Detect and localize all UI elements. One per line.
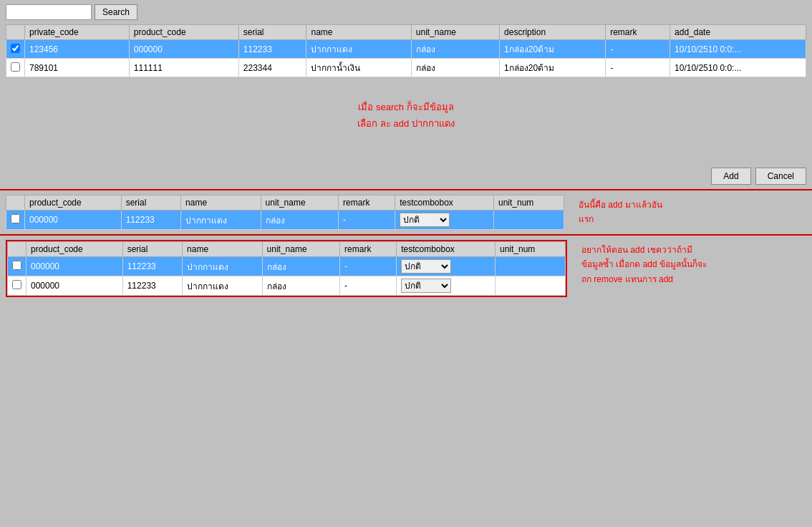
top-table-container: private_code product_code serial name un…	[0, 24, 812, 77]
col-serial: serial	[238, 25, 306, 40]
cell-serial: 112233	[122, 257, 182, 276]
section-row-1: product_code serial name unit_name remar…	[6, 195, 806, 230]
col-checkbox	[6, 25, 25, 40]
l2col-unit-name: unit_name	[262, 242, 339, 257]
cell-serial: 112233	[122, 276, 182, 296]
col-remark: remark	[606, 25, 670, 40]
cell-private-code: 123456	[25, 40, 130, 59]
cell-name: ปากกาน้ำเงิน	[306, 59, 411, 77]
cell-name: ปากกาแดง	[306, 40, 411, 59]
lcol-name: name	[181, 195, 261, 211]
cell-remark: -	[340, 257, 397, 276]
lower-annotation-2: อยากให้ตอน add เชควว่าถ้ามี ข้อมูลซ้ำ เม…	[574, 240, 707, 289]
cell-name: ปากกาแดง	[181, 211, 261, 230]
table-row[interactable]: 000000 112233 ปากกาแดง กล่อง - ปกติพิเศษ	[6, 211, 564, 230]
l2col-remark: remark	[340, 242, 397, 257]
search-bar: Search	[6, 4, 806, 20]
lower-table-2: product_code serial name unit_name remar…	[7, 241, 566, 296]
row-checkbox[interactable]	[8, 257, 26, 276]
lcol-testcombobox: testcombobox	[395, 195, 494, 211]
table-row[interactable]: 789101 111111 223344 ปากกาน้ำเงิน กล่อง …	[6, 59, 806, 77]
combobox[interactable]: ปกติพิเศษ	[401, 259, 451, 274]
cell-serial: 112233	[121, 211, 180, 230]
l2col-unit-num: unit_num	[495, 242, 565, 257]
cell-product-code: 000000	[26, 276, 123, 296]
add-button[interactable]: Add	[711, 168, 750, 185]
cell-product-code: 000000	[129, 40, 238, 59]
col-description: description	[500, 25, 606, 40]
cell-unit-name: กล่อง	[262, 257, 339, 276]
cell-serial: 223344	[238, 59, 306, 77]
section-wrapper-2: product_code serial name unit_name remar…	[6, 240, 567, 297]
cell-unit-name: กล่อง	[411, 40, 499, 59]
cell-description: 1กล่อง20ด้าม	[500, 40, 606, 59]
annotation-top: เมื่อ search ก็จะมีข้อมูล เลือก ละ add ป…	[0, 77, 812, 163]
cell-testcombobox[interactable]: ปกติพิเศษ	[395, 211, 494, 230]
table-row[interactable]: 000000 112233 ปากกาแดง กล่อง - ปกติพิเศษ	[8, 276, 566, 296]
col-product-code: product_code	[129, 25, 238, 40]
cell-unit-name: กล่อง	[411, 59, 499, 77]
col-private-code: private_code	[25, 25, 130, 40]
lower-annotation-1: อันนี้คือ add มาแล้วอัน แรก	[571, 195, 662, 230]
cell-description: 1กล่อง20ด้าม	[500, 59, 606, 77]
cell-unit-num	[495, 276, 565, 296]
row-checkbox[interactable]	[6, 40, 25, 59]
cell-unit-name: กล่อง	[262, 276, 339, 296]
cell-name: ปากกาแดง	[183, 257, 263, 276]
l2col-checkbox	[8, 242, 26, 257]
row-checkbox[interactable]	[6, 211, 25, 230]
cancel-button[interactable]: Cancel	[755, 168, 806, 185]
lcol-unit-name: unit_name	[261, 195, 338, 211]
table-row[interactable]: 000000 112233 ปากกาแดง กล่อง - ปกติพิเศษ	[8, 257, 566, 276]
cell-name: ปากกาแดง	[183, 276, 263, 296]
cell-private-code: 789101	[25, 59, 130, 77]
l2col-serial: serial	[122, 242, 182, 257]
col-add-date: add_date	[670, 25, 806, 40]
lower-table-1: product_code serial name unit_name remar…	[6, 195, 564, 230]
section-row-2: product_code serial name unit_name remar…	[6, 240, 806, 297]
cell-remark: -	[606, 40, 670, 59]
row-checkbox[interactable]	[8, 276, 26, 296]
col-unit-name: unit_name	[411, 25, 499, 40]
lcol-serial: serial	[121, 195, 180, 211]
search-button[interactable]: Search	[95, 4, 137, 20]
top-section: Search	[0, 0, 812, 20]
col-name: name	[306, 25, 411, 40]
cell-add-date: 10/10/2510 0:0:...	[670, 40, 806, 59]
cell-product-code: 000000	[25, 211, 122, 230]
search-input[interactable]	[6, 4, 92, 20]
cell-add-date: 10/10/2510 0:0:...	[670, 59, 806, 77]
row-checkbox[interactable]	[6, 59, 25, 77]
cell-testcombobox[interactable]: ปกติพิเศษ	[397, 257, 496, 276]
cell-remark: -	[339, 211, 395, 230]
l2col-product-code: product_code	[26, 242, 123, 257]
cell-remark: -	[606, 59, 670, 77]
cell-testcombobox[interactable]: ปกติพิเศษ	[397, 276, 496, 296]
cell-unit-num	[495, 257, 565, 276]
lcol-unit-num: unit_num	[493, 195, 564, 211]
cell-unit-name: กล่อง	[261, 211, 338, 230]
bottom-buttons-area: Add Cancel	[0, 163, 812, 189]
combobox[interactable]: ปกติพิเศษ	[401, 279, 451, 293]
cell-product-code: 000000	[26, 257, 123, 276]
cell-product-code: 111111	[129, 59, 238, 77]
l2col-testcombobox: testcombobox	[397, 242, 496, 257]
l2col-name: name	[183, 242, 263, 257]
combobox[interactable]: ปกติพิเศษ	[400, 213, 450, 227]
table-row[interactable]: 123456 000000 112233 ปากกาแดง กล่อง 1กล่…	[6, 40, 806, 59]
cell-serial: 112233	[238, 40, 306, 59]
cell-unit-num	[493, 211, 564, 230]
lower-section-1: product_code serial name unit_name remar…	[0, 190, 812, 234]
lower-section-2: product_code serial name unit_name remar…	[0, 236, 812, 301]
lcol-remark: remark	[339, 195, 395, 211]
lcol-checkbox	[6, 195, 25, 211]
top-data-table: private_code product_code serial name un…	[6, 24, 806, 77]
lcol-product-code: product_code	[25, 195, 122, 211]
cell-remark: -	[340, 276, 397, 296]
annotation-top-text: เมื่อ search ก็จะมีข้อมูล เลือก ละ add ป…	[6, 84, 806, 132]
